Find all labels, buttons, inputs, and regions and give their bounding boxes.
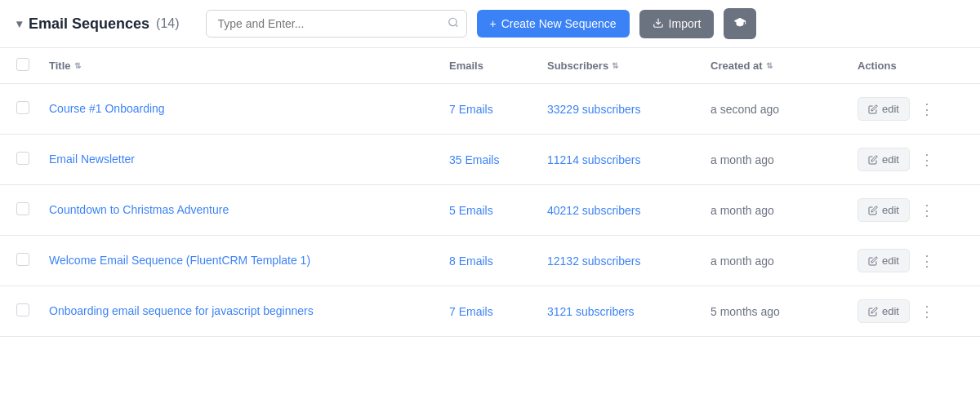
table-row: Onboarding email sequence for javascript… [0,286,980,337]
subscribers-sort-icon: ⇅ [612,61,618,70]
edit-button-0[interactable]: edit [858,97,910,121]
row-checkbox-4[interactable] [16,303,29,316]
create-sequence-label: Create New Sequence [501,17,617,30]
row-created-0: a second ago [710,103,858,116]
row-emails-2: 5 Emails [449,204,547,217]
import-button[interactable]: Import [639,10,715,38]
page-title-group: ▾ Email Sequences (14) [16,15,180,33]
table-header-row: Title ⇅ Emails Subscribers ⇅ Created at … [0,48,980,84]
row-actions-1: edit ⋮ [858,148,964,171]
row-title-1[interactable]: Email Newsletter [49,152,449,168]
row-subscribers-1: 11214 subscribers [547,153,710,166]
search-box [206,10,467,38]
edit-button-4[interactable]: edit [858,299,910,323]
flag-button[interactable] [724,8,756,39]
sequence-count: (14) [156,16,179,31]
actions-column-header: Actions [858,58,964,73]
row-actions-0: edit ⋮ [858,97,964,121]
row-created-1: a month ago [710,153,858,166]
title-column-header[interactable]: Title ⇅ [49,58,449,73]
table-row: Welcome Email Sequence (FluentCRM Templa… [0,236,980,286]
sequences-table: Title ⇅ Emails Subscribers ⇅ Created at … [0,48,980,337]
plus-icon: + [490,17,497,30]
more-button-0[interactable]: ⋮ [915,99,939,120]
select-all-checkbox[interactable] [16,58,29,71]
subscribers-column-header[interactable]: Subscribers ⇅ [547,58,710,73]
row-created-3: a month ago [710,254,858,268]
page-header: ▾ Email Sequences (14) + Create New Sequ… [0,0,980,48]
row-emails-0: 7 Emails [449,103,547,116]
row-checkbox-1[interactable] [16,152,29,165]
edit-button-3[interactable]: edit [858,249,910,272]
import-label: Import [669,17,702,30]
table-row: Course #1 Onboarding 7 Emails 33229 subs… [0,84,980,135]
row-checkbox-3[interactable] [16,253,29,266]
row-actions-3: edit ⋮ [858,249,964,272]
table-row: Email Newsletter 35 Emails 11214 subscri… [0,135,980,185]
create-sequence-button[interactable]: + Create New Sequence [477,10,630,38]
page-title: Email Sequences [29,15,149,33]
title-sort-icon: ⇅ [74,61,81,70]
row-emails-1: 35 Emails [449,153,547,166]
row-emails-4: 7 Emails [449,305,547,318]
created-at-column-header[interactable]: Created at ⇅ [710,58,858,73]
row-checkbox-2[interactable] [16,202,29,215]
edit-button-2[interactable]: edit [858,198,910,222]
emails-column-header: Emails [449,58,547,73]
search-input[interactable] [206,10,467,38]
row-title-0[interactable]: Course #1 Onboarding [49,101,449,117]
row-subscribers-2: 40212 subscribers [547,204,710,217]
svg-point-0 [448,18,456,25]
row-checkbox-cell-2 [16,202,49,218]
row-checkbox-cell-4 [16,303,49,319]
row-title-4[interactable]: Onboarding email sequence for javascript… [49,303,449,320]
row-checkbox-cell-0 [16,101,49,117]
more-button-4[interactable]: ⋮ [915,301,939,322]
row-subscribers-0: 33229 subscribers [547,103,710,116]
collapse-icon[interactable]: ▾ [16,17,22,30]
more-button-3[interactable]: ⋮ [915,250,939,272]
edit-button-1[interactable]: edit [858,148,910,171]
import-icon [653,17,664,31]
search-icon [448,17,459,31]
row-created-2: a month ago [710,204,858,217]
row-checkbox-cell-3 [16,253,49,268]
row-subscribers-4: 3121 subscribers [547,305,710,318]
row-checkbox-cell-1 [16,152,49,167]
row-title-2[interactable]: Countdown to Christmas Adventure [49,202,449,219]
row-actions-4: edit ⋮ [858,299,964,323]
row-title-3[interactable]: Welcome Email Sequence (FluentCRM Templa… [49,253,449,269]
more-button-1[interactable]: ⋮ [915,149,939,170]
svg-line-1 [455,24,457,27]
row-checkbox-0[interactable] [16,101,29,114]
created-sort-icon: ⇅ [766,61,773,70]
row-subscribers-3: 12132 subscribers [547,254,710,268]
row-created-4: 5 months ago [710,305,858,318]
header-checkbox-cell [16,58,49,73]
graduation-icon [733,17,746,31]
row-emails-3: 8 Emails [449,254,547,268]
row-actions-2: edit ⋮ [858,198,964,222]
more-button-2[interactable]: ⋮ [915,200,939,221]
table-row: Countdown to Christmas Adventure 5 Email… [0,185,980,236]
